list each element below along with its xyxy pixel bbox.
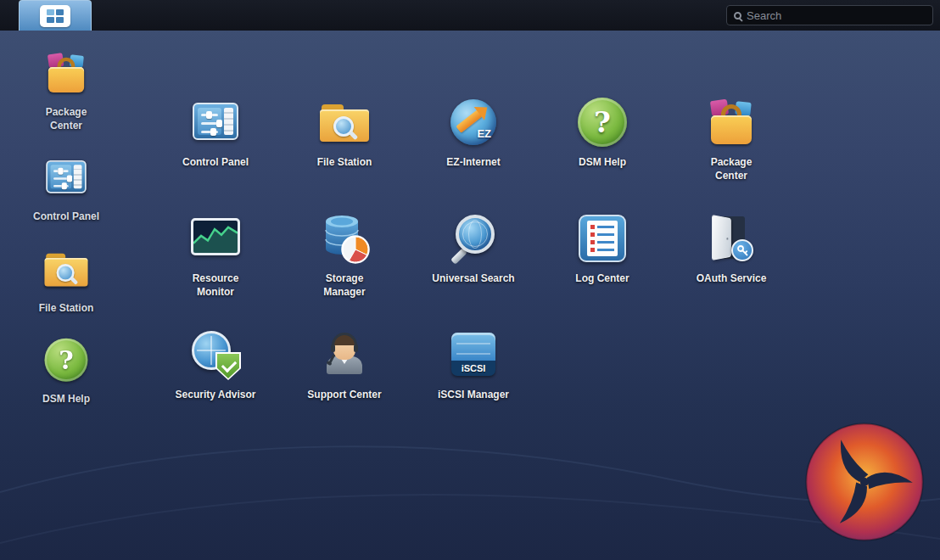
- app-iscsi-manager[interactable]: iSCSI iSCSI Manager: [409, 328, 538, 444]
- app-label: Log Center: [575, 272, 629, 285]
- app-ez-internet[interactable]: EZ EZ-Internet: [409, 95, 538, 211]
- dsm-help-icon: ?: [575, 95, 629, 149]
- app-dsm-help[interactable]: ? DSM Help: [538, 95, 667, 211]
- key-badge: [731, 239, 753, 261]
- control-panel-icon: [188, 95, 243, 149]
- main-menu-grid-icon: [40, 5, 70, 27]
- app-label: DSM Help: [579, 155, 626, 169]
- app-label: Resource Monitor: [193, 272, 239, 299]
- magnifier-overlay: [57, 264, 75, 282]
- security-advisor-icon: [188, 328, 243, 382]
- shield-check-overlay: [215, 352, 241, 380]
- app-security-advisor[interactable]: Security Advisor: [151, 328, 280, 444]
- desktop-shortcuts: Package Center Control Panel: [29, 49, 104, 406]
- app-universal-search[interactable]: Universal Search: [409, 211, 538, 328]
- search-input[interactable]: [747, 9, 926, 22]
- resource-monitor-icon: [188, 211, 243, 266]
- search-box[interactable]: [726, 5, 933, 25]
- app-grid: Control Panel File Station EZ EZ-Interne…: [151, 95, 796, 444]
- headset-overlay: [332, 333, 357, 345]
- app-support-center[interactable]: Support Center: [280, 328, 409, 444]
- main-menu-tab[interactable]: [19, 0, 92, 31]
- app-label: File Station: [317, 155, 372, 169]
- key-icon: [736, 244, 749, 257]
- storage-manager-icon: [317, 211, 372, 266]
- desktop-shortcut-control-panel[interactable]: Control Panel: [33, 154, 99, 223]
- app-label: Package Center: [711, 155, 753, 182]
- desktop-shortcut-file-station[interactable]: File Station: [39, 245, 94, 315]
- app-label: Storage Manager: [323, 272, 365, 299]
- shortcut-label: Package Center: [46, 105, 87, 132]
- file-station-icon: [42, 245, 90, 293]
- package-center-icon: [704, 95, 758, 149]
- app-label: OAuth Service: [697, 272, 767, 285]
- ez-internet-icon: EZ: [446, 95, 501, 149]
- desktop-shortcut-dsm-help[interactable]: ? DSM Help: [39, 336, 93, 406]
- desktop: Package Center Control Panel: [0, 31, 940, 560]
- app-storage-manager[interactable]: Storage Manager: [280, 211, 409, 328]
- control-panel-icon: [42, 154, 90, 201]
- app-label: Support Center: [307, 388, 381, 401]
- support-center-icon: [317, 328, 372, 382]
- dsm-help-icon: ?: [42, 336, 90, 384]
- iscsi-manager-icon: iSCSI: [446, 328, 501, 382]
- app-log-center[interactable]: Log Center: [538, 211, 667, 328]
- topbar: [0, 0, 940, 31]
- app-resource-monitor[interactable]: Resource Monitor: [151, 211, 280, 328]
- package-center-icon: [42, 49, 90, 97]
- shortcut-label: File Station: [39, 301, 94, 315]
- app-oauth-service[interactable]: OAuth Service: [667, 211, 796, 328]
- app-label: EZ-Internet: [446, 155, 500, 169]
- app-label: Universal Search: [432, 272, 514, 285]
- shortcut-label: DSM Help: [42, 392, 90, 406]
- chart-glyph: [193, 221, 238, 253]
- magnifier-overlay: [333, 116, 354, 137]
- search-icon: [734, 12, 741, 20]
- app-label: Security Advisor: [176, 388, 256, 401]
- app-label: Control Panel: [182, 155, 249, 169]
- app-package-center[interactable]: Package Center: [667, 95, 796, 211]
- shortcut-label: Control Panel: [33, 210, 99, 223]
- log-center-icon: [575, 211, 629, 266]
- app-file-station[interactable]: File Station: [280, 95, 409, 211]
- universal-search-icon: [446, 211, 501, 266]
- app-label: iSCSI Manager: [438, 388, 509, 401]
- app-control-panel[interactable]: Control Panel: [151, 95, 280, 211]
- file-station-icon: [317, 95, 372, 149]
- oauth-service-icon: [704, 211, 758, 266]
- synology-logo: [803, 419, 926, 545]
- desktop-shortcut-package-center[interactable]: Package Center: [39, 49, 93, 132]
